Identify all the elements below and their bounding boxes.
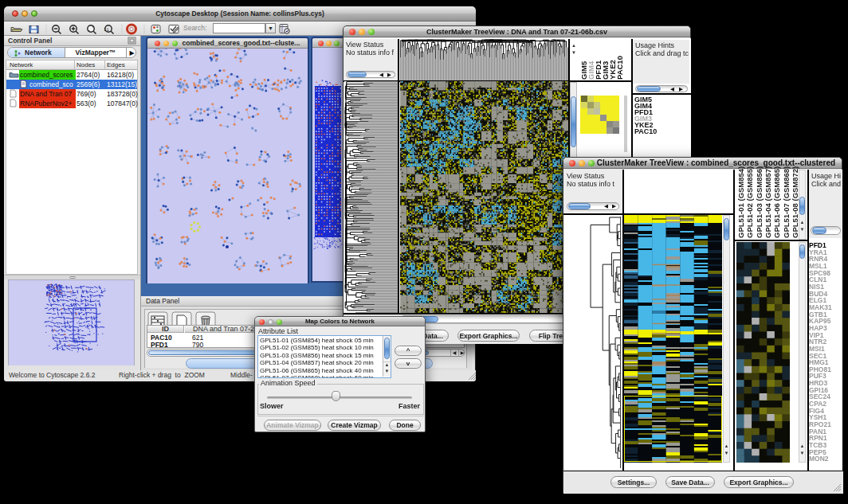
svg-text:1:1: 1:1 [104,28,109,32]
